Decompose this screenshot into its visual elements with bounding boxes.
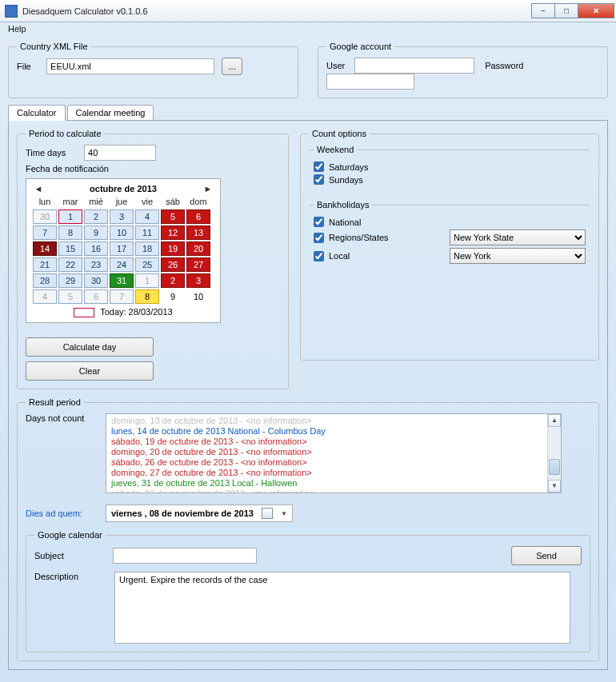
tab-calculator[interactable]: Calculator	[8, 105, 66, 121]
saturdays-label: Saturdays	[329, 162, 369, 172]
list-item[interactable]: domingo, 20 de octubre de 2013 - <no inf…	[111, 447, 546, 457]
cal-day[interactable]: 30	[33, 209, 57, 224]
national-label: National	[329, 217, 361, 227]
cal-day[interactable]: 4	[135, 209, 159, 224]
days-not-count-label: Days not count	[26, 413, 98, 423]
browse-button[interactable]: ...	[222, 58, 242, 75]
cal-day[interactable]: 25	[135, 257, 159, 272]
cal-next-icon[interactable]: ►	[202, 184, 214, 193]
tab-calendar-meeting[interactable]: Calendar meeting	[67, 105, 154, 121]
cal-day[interactable]: 19	[161, 241, 185, 256]
local-select[interactable]: New York	[450, 248, 586, 264]
sundays-label: Sundays	[329, 175, 363, 185]
scroll-up-icon[interactable]: ▲	[548, 414, 561, 427]
scroll-down-icon[interactable]: ▼	[548, 480, 561, 493]
cal-day[interactable]: 16	[84, 241, 108, 256]
app-icon	[5, 5, 18, 18]
google-calendar-legend: Google calendar	[34, 530, 106, 540]
saturdays-checkbox[interactable]	[314, 162, 324, 172]
cal-day[interactable]: 7	[33, 225, 57, 240]
send-button[interactable]: Send	[511, 546, 582, 565]
cal-day[interactable]: 15	[58, 241, 82, 256]
maximize-button[interactable]: □	[554, 3, 578, 18]
user-label: User	[326, 61, 352, 70]
time-days-input[interactable]	[84, 145, 156, 161]
description-textarea[interactable]: Urgent. Expire the records of the case	[114, 572, 570, 644]
chevron-down-icon[interactable]: ▼	[281, 510, 287, 517]
description-label: Description	[34, 572, 106, 581]
cal-day[interactable]: 10	[110, 225, 134, 240]
minimize-button[interactable]: −	[531, 3, 555, 18]
cal-day[interactable]: 26	[161, 257, 185, 272]
regions-label: Regions/States	[329, 233, 389, 242]
list-item[interactable]: jueves, 31 de octubre de 2013 Local - Ha…	[111, 478, 546, 489]
list-item[interactable]: sábado, 26 de octubre de 2013 - <no info…	[111, 457, 546, 468]
cal-day[interactable]: 8	[58, 225, 82, 240]
cal-day[interactable]: 29	[58, 273, 82, 288]
password-input[interactable]	[326, 74, 414, 90]
cal-day[interactable]: 24	[110, 257, 134, 272]
dies-ad-quem-value: viernes , 08 de noviembre de 2013	[111, 509, 254, 518]
cal-day[interactable]: 17	[110, 241, 134, 256]
calendar[interactable]: ◄ octubre de 2013 ► lunmarmiéjueviesábdo…	[26, 178, 221, 323]
cal-day[interactable]: 7	[110, 289, 134, 304]
cal-day[interactable]: 27	[186, 257, 210, 272]
scroll-thumb[interactable]	[549, 459, 560, 475]
cal-day[interactable]: 8	[135, 289, 159, 304]
menu-help[interactable]: Help	[8, 24, 26, 34]
period-group: Period to calculate Time days Fecha de n…	[17, 129, 289, 389]
calculate-button[interactable]: Calculate day	[26, 337, 154, 357]
list-item[interactable]: lunes, 14 de octubre de 2013 National - …	[111, 426, 546, 437]
calendar-icon[interactable]	[262, 508, 273, 519]
cal-day[interactable]: 30	[84, 273, 108, 288]
cal-day[interactable]: 2	[84, 209, 108, 224]
cal-day[interactable]: 3	[110, 209, 134, 224]
cal-day[interactable]: 12	[161, 225, 185, 240]
google-account-group: Google account User Password	[318, 42, 608, 98]
count-options-legend: Count options	[309, 129, 370, 138]
clear-button[interactable]: Clear	[26, 361, 154, 381]
cal-day[interactable]: 6	[84, 289, 108, 304]
user-input[interactable]	[354, 58, 474, 74]
cal-day[interactable]: 9	[84, 225, 108, 240]
cal-day[interactable]: 28	[33, 273, 57, 288]
subject-input[interactable]	[113, 548, 257, 564]
cal-day[interactable]: 18	[135, 241, 159, 256]
close-button[interactable]: ✕	[578, 3, 614, 18]
list-scrollbar[interactable]: ▲ ▼	[547, 414, 561, 493]
cal-day[interactable]: 1	[135, 273, 159, 288]
cal-day[interactable]: 22	[58, 257, 82, 272]
list-item[interactable]: domingo, 27 de octubre de 2013 - <no inf…	[111, 468, 546, 478]
cal-day[interactable]: 20	[186, 241, 210, 256]
cal-day[interactable]: 3	[186, 273, 210, 288]
dies-ad-quem-picker[interactable]: viernes , 08 de noviembre de 2013 ▼	[106, 505, 293, 522]
cal-day[interactable]: 14	[33, 241, 57, 256]
cal-day[interactable]: 23	[84, 257, 108, 272]
cal-day[interactable]: 6	[186, 209, 210, 224]
cal-day[interactable]: 2	[161, 273, 185, 288]
regions-checkbox[interactable]	[314, 233, 324, 243]
national-checkbox[interactable]	[314, 217, 324, 227]
cal-day[interactable]: 5	[58, 289, 82, 304]
cal-day[interactable]: 5	[161, 209, 185, 224]
dies-ad-quem-label: Dies ad quem:	[26, 509, 98, 518]
list-item[interactable]: domingo, 13 de octubre de 2013 - <no inf…	[111, 416, 546, 426]
regions-select[interactable]: New York State	[450, 229, 586, 245]
cal-day[interactable]: 10	[186, 289, 210, 304]
cal-day[interactable]: 21	[33, 257, 57, 272]
cal-day[interactable]: 4	[33, 289, 57, 304]
google-account-legend: Google account	[326, 42, 394, 51]
cal-day[interactable]: 11	[135, 225, 159, 240]
cal-day[interactable]: 13	[186, 225, 210, 240]
today-label[interactable]: Today: 28/03/2013	[100, 307, 173, 317]
list-item[interactable]: sábado, 19 de octubre de 2013 - <no info…	[111, 437, 546, 447]
days-not-count-list[interactable]: domingo, 13 de octubre de 2013 - <no inf…	[106, 413, 562, 493]
cal-day[interactable]: 1	[58, 209, 82, 224]
cal-day[interactable]: 31	[110, 273, 134, 288]
sundays-checkbox[interactable]	[314, 174, 324, 185]
local-checkbox[interactable]	[314, 251, 324, 261]
cal-day[interactable]: 9	[161, 289, 185, 304]
list-item[interactable]: sábado, 02 de noviembre de 2013 - <no in…	[111, 489, 546, 493]
file-input[interactable]	[46, 58, 214, 74]
cal-prev-icon[interactable]: ◄	[33, 184, 44, 193]
